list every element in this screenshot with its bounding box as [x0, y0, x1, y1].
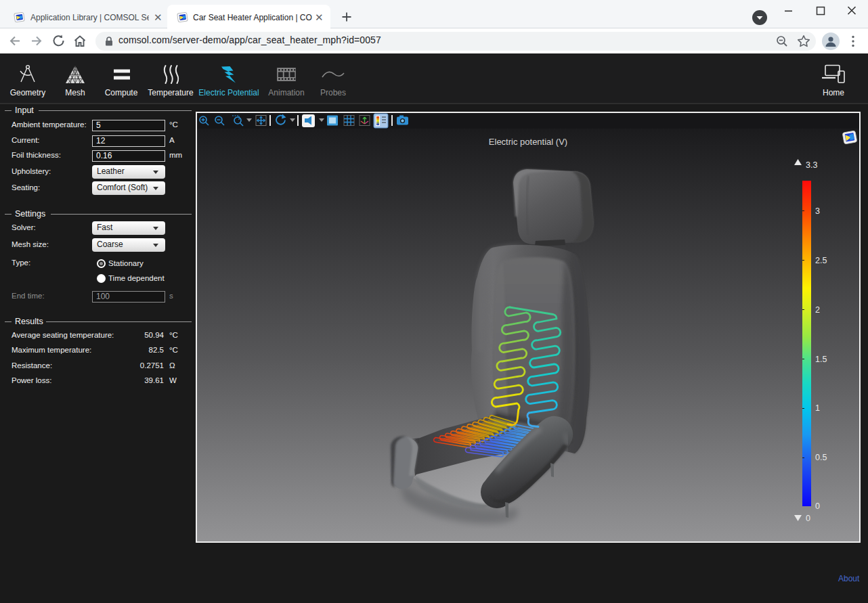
svg-text:0.5: 0.5 — [815, 453, 827, 462]
svg-text:2.5: 2.5 — [815, 256, 827, 265]
svg-text:2: 2 — [815, 305, 820, 315]
svg-text:1: 1 — [815, 403, 820, 413]
svg-text:1.5: 1.5 — [815, 355, 827, 364]
svg-text:3: 3 — [815, 206, 820, 216]
svg-text:0: 0 — [806, 514, 810, 523]
svg-text:3.3: 3.3 — [806, 160, 817, 170]
svg-text:0: 0 — [815, 501, 820, 511]
